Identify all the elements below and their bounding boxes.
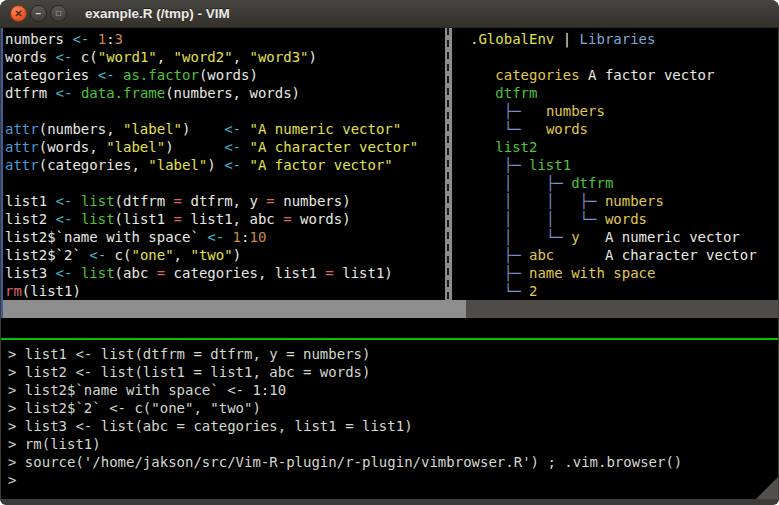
text-line: │ └─ y A numeric vector [470, 228, 778, 246]
text-line: categories <- as.factor(words) [5, 66, 445, 84]
statusline-object-browser: Object_Browser 8,1 Top [466, 300, 778, 318]
minimize-button[interactable]: − [30, 5, 47, 22]
text-line: list1 <- list(dtfrm = dtfrm, y = numbers… [5, 192, 445, 210]
text-line: └─ words [470, 120, 778, 138]
gvim-window: ✕ − □ example.R (/tmp) - VIM numbers <- … [0, 0, 779, 505]
text-line: list2$`2` <- c("one", "two") [5, 246, 445, 264]
close-button[interactable]: ✕ [10, 5, 27, 22]
text-line: list2 [470, 138, 778, 156]
window-title: example.R (/tmp) - VIM [85, 6, 230, 21]
vim-client-area: numbers <- 1:3words <- c("word1", "word2… [1, 28, 778, 499]
text-line: > list1 <- list(dtfrm = dtfrm, y = numbe… [8, 345, 778, 363]
text-line [5, 102, 445, 120]
text-line: > list3 <- list(abc = categories, list1 … [8, 417, 778, 435]
text-line: attr(numbers, "label") <- "A numeric vec… [5, 120, 445, 138]
text-line [470, 48, 778, 66]
text-line: attr(words, "label") <- "A character vec… [5, 138, 445, 156]
text-line: │ │ ├─ numbers [470, 192, 778, 210]
text-line: attr(categories, "label") <- "A factor v… [5, 156, 445, 174]
text-line: categories A factor vector [470, 66, 778, 84]
text-line: numbers <- 1:3 [5, 30, 445, 48]
r-console[interactable]: > list1 <- list(dtfrm = dtfrm, y = numbe… [1, 318, 778, 499]
console-output: > list1 <- list(dtfrm = dtfrm, y = numbe… [1, 340, 778, 489]
text-line: > list2$`2` <- c("one", "two") [8, 399, 778, 417]
text-line: dtfrm <- data.frame(numbers, words) [5, 84, 445, 102]
text-line: rm(list1) [5, 282, 445, 300]
text-line: └─ 2 [470, 282, 778, 300]
text-line: ├─ numbers [470, 102, 778, 120]
close-icon: ✕ [14, 9, 22, 19]
text-line: > list2 <- list(list1 = list1, abc = wor… [8, 363, 778, 381]
resize-grip-icon[interactable] [756, 477, 778, 499]
text-line: list3 <- list(abc = categories, list1 = … [5, 264, 445, 282]
text-line: > rm(list1) [8, 435, 778, 453]
text-line: > [8, 471, 778, 489]
text-line: > list2$`name with space` <- 1:10 [8, 381, 778, 399]
vertical-split-handle[interactable] [445, 28, 452, 300]
editor-pane[interactable]: numbers <- 1:3words <- c("word1", "word2… [1, 28, 445, 300]
text-line: words <- c("word1", "word2", "word3") [5, 48, 445, 66]
statusline-editor: example.R [+] 1,1 All [1, 300, 466, 318]
text-line: ├─ abc A character vector [470, 246, 778, 264]
text-line: ├─ name with space [470, 264, 778, 282]
text-line: list2$`name with space` <- 1:10 [5, 228, 445, 246]
minimize-icon: − [36, 9, 42, 19]
text-line: dtfrm [470, 84, 778, 102]
text-line: .GlobalEnv | Libraries [470, 30, 778, 48]
text-line [5, 174, 445, 192]
object-browser-pane[interactable]: .GlobalEnv | Libraries categories A fact… [452, 28, 778, 300]
maximize-button[interactable]: □ [50, 5, 67, 22]
text-line: │ │ └─ words [470, 210, 778, 228]
text-line: │ ├─ dtfrm [470, 174, 778, 192]
maximize-icon: □ [56, 10, 61, 18]
titlebar[interactable]: ✕ − □ example.R (/tmp) - VIM [0, 0, 779, 28]
text-line: list2 <- list(list1 = list1, abc = words… [5, 210, 445, 228]
text-line: ├─ list1 [470, 156, 778, 174]
text-line: > source('/home/jakson/src/Vim-R-plugin/… [8, 453, 778, 471]
